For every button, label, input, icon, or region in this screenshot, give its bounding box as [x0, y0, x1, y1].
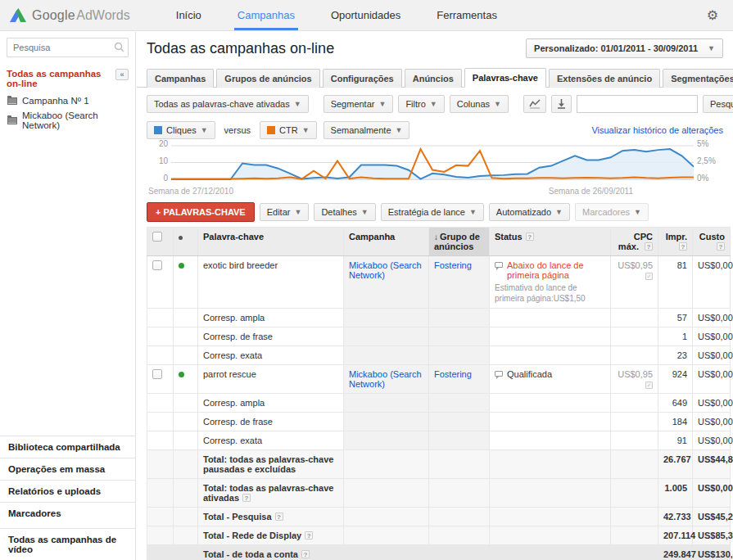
metric1-dropdown[interactable]: Cliques ▼: [147, 121, 215, 139]
adgroup-link[interactable]: Fostering: [434, 260, 472, 270]
change-history-link[interactable]: Visualizar histórico de alterações: [591, 125, 723, 135]
tab-grupos-de-anuncios[interactable]: Grupos de anúncios: [216, 69, 319, 88]
automated-dropdown[interactable]: Automatizado ▼: [489, 203, 570, 221]
cpc-cell: [611, 346, 658, 365]
sidebar-search-input[interactable]: [7, 38, 129, 57]
enabled-status-icon: [179, 263, 184, 269]
tab-configuracoes[interactable]: Configurações: [323, 69, 402, 88]
col-cpc[interactable]: CPC máx. ?: [611, 228, 658, 256]
col-adgroup[interactable]: ↓Grupo de anúncios: [429, 228, 490, 256]
help-icon[interactable]: ?: [301, 550, 310, 558]
cpc-cell: US$0,95✓: [611, 256, 658, 309]
sidebar-collapse-button[interactable]: «: [115, 69, 129, 80]
sidebar-item-reports-uploads[interactable]: Relatórios e uploads: [0, 480, 135, 502]
search-icon: [114, 42, 124, 52]
cpc-cell: [611, 394, 658, 413]
edit-label: Editar: [267, 207, 291, 217]
sidebar-item-mickaboo[interactable]: Mickaboo (Search Network): [0, 108, 135, 133]
labels-dropdown: Marcadores ▼: [575, 203, 649, 221]
filter-dropdown[interactable]: Filtro ▼: [398, 95, 444, 113]
help-icon[interactable]: ?: [242, 494, 251, 502]
keyword-cell: Total: todas as palavras-chave pausadas …: [198, 450, 344, 479]
edit-dropdown[interactable]: Editar ▼: [260, 203, 310, 221]
sidebar-item-campanha-1[interactable]: Campanha Nº 1: [0, 93, 135, 108]
adgroup-link[interactable]: Fostering: [434, 369, 472, 379]
nav-ferramentas[interactable]: Ferramentas: [419, 0, 515, 30]
search-button[interactable]: Pesquisa: [703, 95, 733, 113]
col-campaign[interactable]: Campanha: [344, 228, 429, 256]
help-icon[interactable]: ?: [679, 242, 687, 251]
chart-toggle-button[interactable]: [523, 95, 546, 113]
bid-strategy-dropdown[interactable]: Estratégia de lance ▼: [381, 203, 484, 221]
status-cell: [490, 545, 611, 560]
interval-dropdown[interactable]: Semanalmente ▼: [324, 121, 410, 139]
y-axis-right: 5% 2,5% 0%: [694, 140, 723, 183]
select-all-checkbox[interactable]: [152, 232, 162, 242]
campaign-cell: [344, 450, 429, 479]
sidebar-item-bulk-operations[interactable]: Operações em massa: [0, 458, 135, 480]
columns-dropdown[interactable]: Colunas ▼: [450, 95, 509, 113]
cpc-cell: [611, 431, 658, 450]
table-row: Corresp. de frase184US$0,00: [147, 413, 731, 431]
status-cell: [490, 394, 611, 413]
details-dropdown[interactable]: Detalhes ▼: [314, 203, 375, 221]
tab-campanhas[interactable]: Campanhas: [147, 69, 214, 88]
status-cell: [490, 431, 611, 450]
row-checkbox[interactable]: [152, 369, 162, 379]
help-icon[interactable]: ?: [305, 531, 313, 540]
tab-anuncios[interactable]: Anúncios: [405, 69, 462, 88]
cpc-cell: [611, 545, 658, 560]
gear-icon[interactable]: ⚙: [707, 7, 718, 23]
help-icon[interactable]: ?: [526, 233, 534, 241]
tab-palavras-chave[interactable]: Palavras-chave: [464, 68, 546, 88]
nav-inicio[interactable]: Início: [158, 0, 219, 30]
sidebar-item-video-campaigns[interactable]: Todas as campanhas de vídeo: [0, 528, 135, 560]
help-icon[interactable]: ?: [645, 242, 653, 251]
interval-label: Semanalmente: [331, 125, 391, 135]
chevron-down-icon: ▼: [396, 126, 403, 134]
add-keywords-button[interactable]: + PALAVRAS-CHAVE: [147, 202, 255, 222]
row-checkbox-cell: [147, 309, 174, 327]
tab-extensoes[interactable]: Extensões de anúncio: [549, 69, 660, 88]
campaign-cell: [344, 431, 429, 450]
page-title: Todas as campanhas on-line: [147, 40, 334, 57]
status-subtext: Estimativa do lance de primeira página:U…: [495, 282, 605, 304]
metric1-label: Cliques: [166, 125, 197, 135]
keyword-filter-dropdown[interactable]: Todas as palavras-chave ativadas ▼: [147, 95, 309, 113]
cliques-color-swatch: [154, 126, 162, 134]
chevron-down-icon: ▼: [469, 208, 477, 216]
status-cell: [490, 413, 611, 431]
download-button[interactable]: [551, 95, 572, 113]
impressions-cell: 23: [658, 346, 693, 365]
nav-campanhas[interactable]: Campanhas: [219, 0, 313, 30]
sidebar-all-campaigns-heading[interactable]: Todas as campanhas on-line: [7, 69, 115, 88]
table-header-row: Palavra-chave Campanha ↓Grupo de anúncio…: [147, 228, 731, 256]
ecpc-checkbox[interactable]: ✓: [645, 273, 653, 280]
nav-oportunidades[interactable]: Oportunidades: [313, 0, 419, 30]
col-impr[interactable]: Impr.?: [658, 228, 693, 256]
keyword-cell: parrot rescue: [198, 365, 344, 394]
cost-cell: US$0,00: [693, 394, 731, 413]
keyword-cell: Corresp. ampla: [198, 309, 344, 327]
campaign-link[interactable]: Mickaboo (Search Network): [349, 369, 422, 389]
sidebar-item-labels[interactable]: Marcadores: [0, 502, 135, 524]
metric2-dropdown[interactable]: CTR ▼: [260, 121, 317, 139]
filter-label: Filtro: [405, 99, 425, 109]
col-keyword[interactable]: Palavra-chave: [198, 228, 344, 256]
row-checkbox[interactable]: [152, 260, 162, 270]
cpc-value: US$0,95: [618, 260, 653, 270]
ecpc-checkbox[interactable]: ✓: [645, 382, 653, 389]
table-row: Total - Pesquisa?42.733US$45,26: [147, 508, 731, 526]
segment-dropdown[interactable]: Segmentar ▼: [324, 95, 394, 113]
sidebar-item-shared-library[interactable]: Biblioteca compartilhada: [0, 436, 135, 458]
cpc-cell: [611, 309, 658, 327]
keyword-cell: Corresp. de frase: [198, 413, 344, 431]
col-status[interactable]: Status?: [490, 228, 611, 256]
tab-segmentacoes[interactable]: Segmentações automáticas: [663, 69, 733, 88]
date-range-button[interactable]: Personalizado: 01/01/2011 - 30/09/2011 ▼: [526, 38, 723, 58]
campaign-link[interactable]: Mickaboo (Search Network): [349, 260, 422, 280]
table-search-input[interactable]: [577, 95, 698, 113]
help-icon[interactable]: ?: [717, 242, 725, 251]
help-icon[interactable]: ?: [275, 513, 283, 521]
col-cost[interactable]: Custo?: [693, 228, 731, 256]
